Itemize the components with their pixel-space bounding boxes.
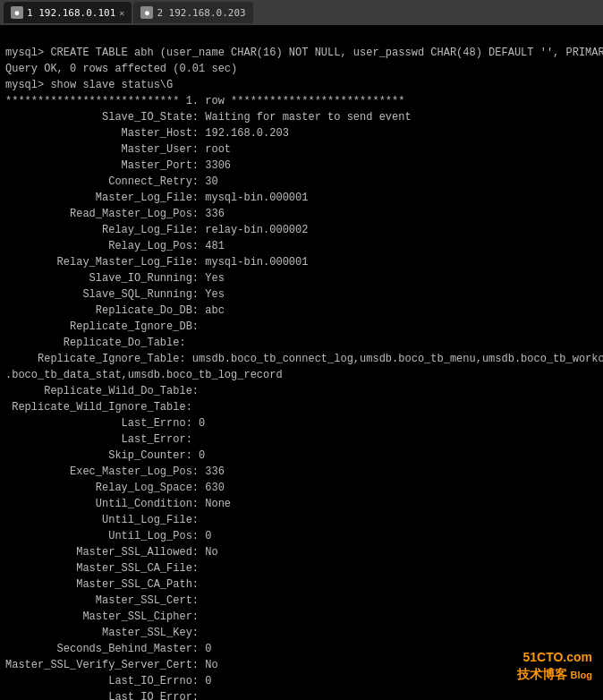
terminal-line: Master_User: root — [5, 141, 598, 158]
terminal-line: Exec_Master_Log_Pos: 336 — [5, 464, 598, 480]
terminal-line: Connect_Retry: 30 — [5, 174, 598, 190]
terminal-line: Master_SSL_CA_File: — [5, 560, 598, 576]
terminal-line: Relay_Log_Space: 630 — [5, 480, 598, 496]
terminal-line: mysql> show slave status\G — [5, 77, 598, 93]
terminal-line: Slave_IO_Running: Yes — [5, 270, 598, 286]
tab-1-label: 1 192.168.0.101 — [27, 7, 115, 19]
terminal-line: Master_Log_File: mysql-bin.000001 — [5, 190, 598, 206]
tab-1-close[interactable]: ✕ — [119, 8, 124, 18]
watermark-blog-label: Blog — [571, 670, 592, 680]
terminal-line: Replicate_Ignore_Table: umsdb.boco_tb_co… — [5, 351, 598, 367]
titlebar: ● 1 192.168.0.101 ✕ ● 2 192.168.0.203 — [0, 0, 603, 25]
terminal-line: Seconds_Behind_Master: 0 — [5, 641, 598, 657]
terminal-line: Master_SSL_Verify_Server_Cert: No — [5, 657, 598, 673]
terminal-line: Replicate_Wild_Do_Table: — [5, 383, 598, 399]
terminal-line: Master_Host: 192.168.0.203 — [5, 125, 598, 141]
tab-icon-1: ● — [11, 6, 23, 19]
terminal-line: .boco_tb_data_stat,umsdb.boco_tb_log_rec… — [5, 367, 598, 383]
terminal-line: mysql> CREATE TABLE abh (user_name CHAR(… — [5, 45, 598, 61]
tab-2[interactable]: ● 2 192.168.0.203 — [133, 2, 252, 23]
tab-2-label: 2 192.168.0.203 — [157, 7, 245, 19]
terminal-line: Last_IO_Errno: 0 — [5, 673, 598, 689]
terminal-line: Last_Errno: 0 — [5, 415, 598, 431]
terminal-line: Master_SSL_Cert: — [5, 593, 598, 609]
terminal-line: Slave_SQL_Running: Yes — [5, 286, 598, 303]
terminal-line: Skip_Counter: 0 — [5, 448, 598, 464]
tab-icon-2: ● — [140, 6, 153, 19]
terminal-line: Until_Log_Pos: 0 — [5, 528, 598, 544]
terminal-line: Replicate_Do_Table: — [5, 335, 598, 351]
terminal-line: Until_Log_File: — [5, 512, 598, 528]
terminal-line: Replicate_Ignore_DB: — [5, 319, 598, 335]
terminal-line: Relay_Log_Pos: 481 — [5, 238, 598, 254]
tab-1[interactable]: ● 1 192.168.0.101 ✕ — [4, 2, 132, 23]
watermark-line2: 技术博客 Blog — [517, 666, 592, 684]
terminal-line: Replicate_Do_DB: abc — [5, 303, 598, 319]
terminal-line: Read_Master_Log_Pos: 336 — [5, 206, 598, 222]
terminal-line: *************************** 1. row *****… — [5, 93, 598, 109]
terminal-output[interactable]: mysql> CREATE TABLE abh (user_name CHAR(… — [0, 25, 603, 700]
terminal-line: Query OK, 0 rows affected (0.01 sec) — [5, 61, 598, 77]
terminal-line: Last_IO_Error: — [5, 689, 598, 700]
terminal-line: Relay_Log_File: relay-bin.000002 — [5, 222, 598, 238]
watermark-line1: 51CTO.com — [517, 649, 592, 667]
terminal-line: Replicate_Wild_Ignore_Table: — [5, 399, 598, 415]
terminal-line: Slave_IO_State: Waiting for master to se… — [5, 109, 598, 125]
terminal-line: Master_SSL_Cipher: — [5, 609, 598, 625]
terminal-line: Master_SSL_CA_Path: — [5, 576, 598, 593]
watermark-sub-label: 技术博客 — [517, 667, 567, 681]
terminal-line: Until_Condition: None — [5, 496, 598, 512]
terminal-line: Last_Error: — [5, 431, 598, 448]
watermark: 51CTO.com 技术博客 Blog — [517, 649, 592, 684]
terminal-line: Master_SSL_Allowed: No — [5, 544, 598, 560]
terminal-line: Master_Port: 3306 — [5, 158, 598, 174]
terminal-line: Master_SSL_Key: — [5, 625, 598, 641]
terminal-line: Relay_Master_Log_File: mysql-bin.000001 — [5, 254, 598, 270]
